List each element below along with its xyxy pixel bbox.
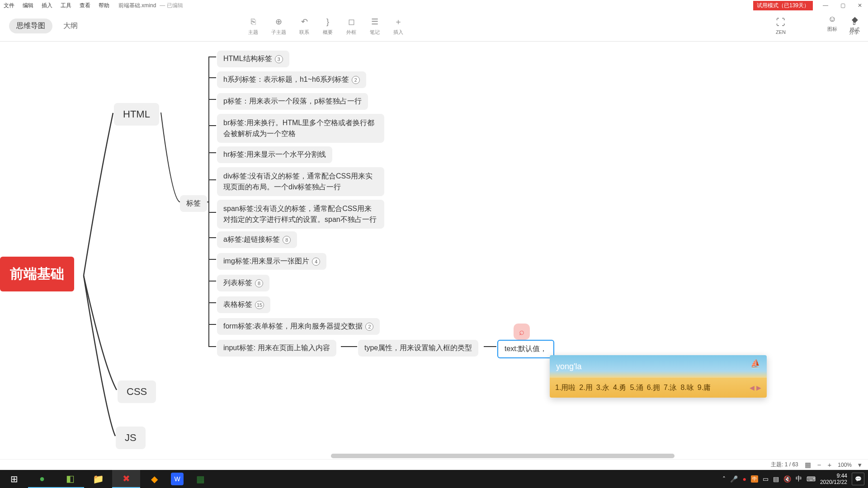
node-label: HTML [123, 108, 150, 120]
node-tags[interactable]: 标签 [180, 195, 207, 212]
ime-indicator-icon: ⌕ [514, 324, 530, 340]
emoji-icon: ☺ [828, 14, 836, 24]
btn-boundary[interactable]: ◻外框 [346, 16, 357, 36]
trial-badge[interactable]: 试用模式（已139天） [753, 1, 813, 10]
taskbar-excel[interactable]: ▦ [186, 470, 214, 488]
btn-relation[interactable]: ↶联系 [299, 16, 310, 36]
taskbar-xmind[interactable]: ✖ [112, 470, 140, 488]
maximize-button[interactable]: ▢ [838, 2, 847, 9]
ime-popup[interactable]: yong'la 1.用啦 2.用 3.永 4.勇 5.涌 6.拥 7.泳 8.咏… [550, 355, 767, 398]
node-n12[interactable]: form标签:表单标签，用来向服务器提交数据2 [217, 318, 380, 335]
menu-help[interactable]: 帮助 [99, 2, 109, 9]
ime-cand[interactable]: 3.永 [596, 383, 609, 393]
menu-tools[interactable]: 工具 [61, 2, 71, 9]
ime-cand[interactable]: 2.用 [579, 383, 592, 393]
tray-battery-icon[interactable]: ▭ [763, 475, 769, 483]
node-n1[interactable]: HTML结构标签3 [217, 51, 289, 67]
btn-icons[interactable]: ☺图标 [827, 14, 837, 33]
zoom-dropdown-icon[interactable]: ▾ [858, 461, 862, 469]
btn-zen[interactable]: ⛶ZEN [776, 17, 786, 35]
ime-cand[interactable]: 8.咏 [680, 383, 693, 393]
taskbar-chrome[interactable]: ● [28, 470, 56, 488]
node-n13[interactable]: input标签: 用来在页面上输入内容 [217, 340, 336, 357]
tray-network-icon[interactable]: ▤ [773, 475, 779, 483]
menu-edit[interactable]: 编辑 [23, 2, 33, 9]
ime-cand[interactable]: 9.庸 [698, 383, 711, 393]
doc-status: — 已编辑 [160, 2, 183, 9]
ime-cand[interactable]: 4.勇 [613, 383, 626, 393]
toolbar-center: ⎘主题 ⊕子主题 ↶联系 }概要 ◻外框 ☰笔记 ＋插入 [248, 16, 404, 36]
summary-icon: } [322, 16, 333, 27]
node-n6[interactable]: div标签:没有语义的标签，通常配合CSS用来实现页面的布局。一个div标签独占… [217, 167, 384, 196]
count-badge: 4 [312, 258, 320, 266]
btn-format[interactable]: ◆格式 [850, 14, 860, 33]
zoom-level[interactable]: 100% [838, 462, 852, 468]
tray-app-icon[interactable]: 中 [751, 475, 758, 483]
notification-button[interactable]: 💬 [852, 473, 864, 485]
node-html[interactable]: HTML [114, 103, 159, 126]
node-n11[interactable]: 表格标签15 [217, 296, 270, 313]
taskbar-pycharm[interactable]: ◧ [56, 470, 84, 488]
node-label: 前端基础 [10, 266, 64, 281]
taskbar-clock[interactable]: 9:44 2020/12/22 [820, 473, 847, 486]
count-badge: 15 [255, 301, 264, 309]
node-n4[interactable]: br标签:用来换行。HTML里多个空格或者换行都会被解析成为一个空格 [217, 114, 384, 143]
scrollbar-thumb[interactable] [331, 454, 675, 458]
subtopic-icon: ⊕ [274, 16, 284, 27]
tray-mic-icon[interactable]: 🎤 [730, 475, 738, 483]
zen-icon: ⛶ [776, 17, 785, 28]
format-icon: ◆ [852, 14, 858, 24]
menu-bar: 文件 编辑 插入 工具 查看 帮助 [4, 2, 109, 9]
start-button[interactable]: ⊞ [0, 470, 28, 488]
node-css[interactable]: CSS [118, 380, 156, 403]
node-n15-editing[interactable]: text:默认值， [497, 340, 554, 358]
close-button[interactable]: ✕ [855, 2, 864, 9]
taskbar-explorer[interactable]: 📁 [84, 470, 112, 488]
tab-mindmap[interactable]: 思维导图 [9, 19, 52, 33]
node-n9[interactable]: img标签:用来显示一张图片4 [217, 253, 326, 270]
taskbar-sublime[interactable]: ◆ [140, 470, 168, 488]
map-view-icon[interactable]: ▦ [805, 461, 811, 469]
btn-topic[interactable]: ⎘主题 [248, 16, 259, 36]
zoom-out-button[interactable]: − [817, 461, 821, 469]
mindmap-canvas[interactable]: 前端基础 HTML CSS JS 标签 HTML结构标签3 h系列标签：表示标题… [0, 42, 868, 459]
btn-note[interactable]: ☰笔记 [369, 16, 380, 36]
taskbar-wps[interactable]: W [171, 473, 184, 485]
node-n8[interactable]: a标签:超链接标签8 [217, 231, 297, 248]
system-tray: ˄ 🎤 ● 中 ▭ ▤ 🔇 中 ⌨ 9:44 2020/12/22 💬 [722, 473, 868, 486]
horizontal-scrollbar[interactable] [2, 453, 866, 459]
zoom-in-button[interactable]: + [828, 461, 832, 469]
menu-file[interactable]: 文件 [4, 2, 14, 9]
btn-subtopic[interactable]: ⊕子主题 [271, 16, 286, 36]
btn-insert[interactable]: ＋插入 [393, 16, 404, 36]
ime-cand[interactable]: 6.拥 [647, 383, 660, 393]
tray-volume-icon[interactable]: 🔇 [783, 475, 791, 483]
ime-candidates[interactable]: 1.用啦 2.用 3.永 4.勇 5.涌 6.拥 7.泳 8.咏 9.庸 ◀ ▶ [550, 378, 767, 398]
tray-expand-icon[interactable]: ˄ [722, 475, 726, 483]
node-n14[interactable]: type属性，用来设置输入框的类型 [358, 340, 478, 357]
node-label: JS [125, 432, 137, 443]
node-n5[interactable]: hr标签:用来显示一个水平分割线 [217, 146, 332, 163]
menu-insert[interactable]: 插入 [42, 2, 52, 9]
tray-ime-icon[interactable]: 中 [796, 475, 802, 483]
node-root[interactable]: 前端基础 [0, 257, 74, 291]
menu-view[interactable]: 查看 [80, 2, 90, 9]
ime-cand[interactable]: 1.用啦 [555, 383, 576, 393]
btn-summary[interactable]: }概要 [322, 16, 333, 36]
count-badge: 2 [352, 76, 360, 84]
ime-cand[interactable]: 5.涌 [630, 383, 643, 393]
taskbar: ⊞ ● ◧ 📁 ✖ ◆ W ▦ ˄ 🎤 ● 中 ▭ ▤ 🔇 中 ⌨ 9:44 2… [0, 470, 868, 488]
node-n2[interactable]: h系列标签：表示标题，h1~h6系列标签2 [217, 71, 366, 88]
node-n7[interactable]: span标签:没有语义的标签，通常配合CSS用来对指定的文字进行样式的设置。sp… [217, 200, 384, 229]
tray-keyboard-icon[interactable]: ⌨ [807, 475, 816, 483]
toolbar: 思维导图 大纲 ⎘主题 ⊕子主题 ↶联系 }概要 ◻外框 ☰笔记 ＋插入 ⛶ZE… [0, 11, 868, 42]
minimize-button[interactable]: — [821, 2, 830, 9]
titlebar: 文件 编辑 插入 工具 查看 帮助 前端基础.xmind — 已编辑 试用模式（… [0, 0, 868, 11]
ime-cand[interactable]: 7.泳 [664, 383, 677, 393]
node-js[interactable]: JS [116, 427, 146, 449]
node-n3[interactable]: p标签：用来表示一个段落，p标签独占一行 [217, 93, 368, 110]
tab-outline[interactable]: 大纲 [56, 19, 85, 33]
ime-nav[interactable]: ◀ ▶ [750, 384, 761, 391]
node-n10[interactable]: 列表标签8 [217, 275, 269, 291]
tray-record-icon[interactable]: ● [742, 475, 746, 483]
